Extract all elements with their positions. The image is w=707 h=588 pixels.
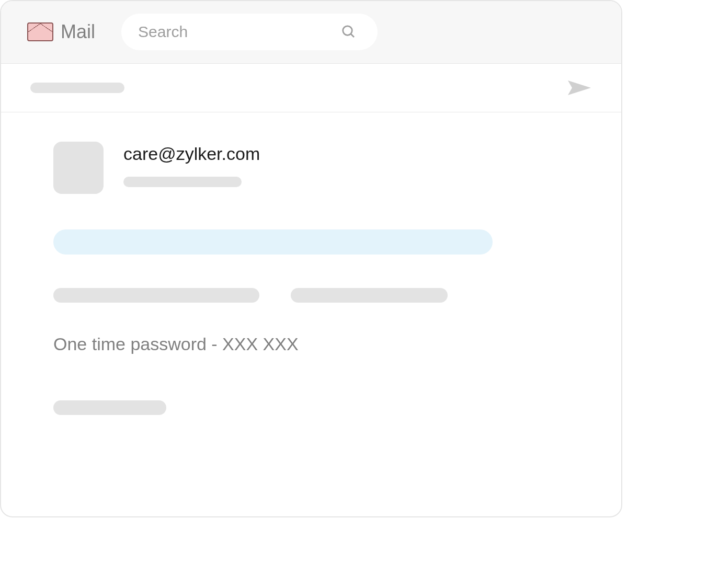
search-icon — [341, 24, 357, 40]
send-icon[interactable] — [567, 78, 592, 97]
search-input[interactable]: Search — [121, 14, 378, 50]
svg-line-1 — [351, 34, 354, 37]
svg-point-0 — [343, 26, 352, 36]
mail-window: Mail Search care@zylker.com — [0, 0, 622, 517]
header-bar: Mail Search — [1, 1, 621, 63]
avatar — [53, 142, 104, 194]
body-line-placeholder — [291, 288, 448, 303]
message-content: care@zylker.com One time password - XXX … — [1, 112, 621, 444]
body-row — [53, 288, 569, 303]
sender-email: care@zylker.com — [123, 144, 260, 164]
sender-meta-placeholder — [123, 177, 242, 187]
mail-logo: Mail — [27, 21, 95, 43]
search-placeholder: Search — [138, 23, 188, 41]
body-line-placeholder — [53, 288, 259, 303]
highlight-bar — [53, 229, 493, 255]
sender-row: care@zylker.com — [53, 142, 569, 194]
sender-info: care@zylker.com — [123, 142, 260, 187]
otp-text: One time password - XXX XXX — [53, 334, 569, 354]
app-title: Mail — [61, 21, 95, 43]
envelope-icon — [27, 22, 53, 41]
toolbar — [1, 63, 621, 112]
footer-placeholder — [53, 400, 166, 415]
toolbar-placeholder — [30, 83, 124, 93]
